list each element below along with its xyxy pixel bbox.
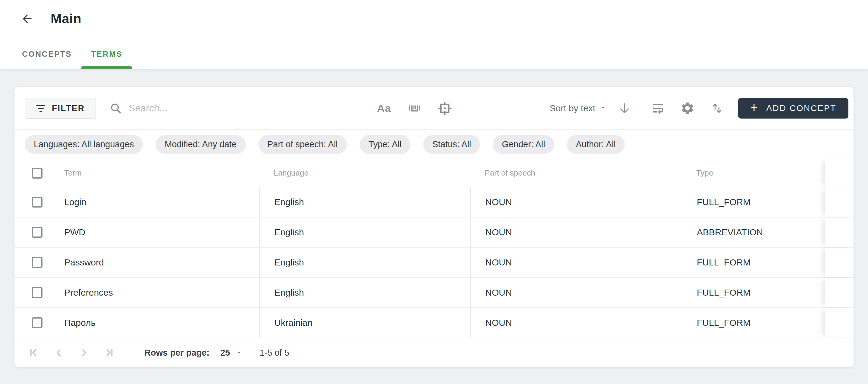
language-cell: English — [259, 248, 470, 277]
part-of-speech-cell: NOUN — [470, 308, 682, 337]
column-header-part-of-speech: Part of speech — [470, 159, 682, 187]
toolbar-right-group: Sort by text — [550, 98, 854, 119]
page-title: Main — [51, 11, 82, 26]
tab-concepts[interactable]: CONCEPTS — [12, 39, 82, 69]
term-cell: Login — [64, 197, 86, 207]
terms-card: FILTER Aa — [14, 87, 854, 367]
barcode-icon[interactable] — [407, 101, 421, 115]
table-row[interactable]: Password English NOUN FULL_FORM — [14, 248, 854, 278]
table-row[interactable]: Пароль Ukrainian NOUN FULL_FORM — [14, 308, 854, 338]
search-box — [110, 102, 338, 115]
focus-frame-icon[interactable] — [438, 101, 452, 116]
row-checkbox[interactable] — [32, 227, 42, 238]
pagination-bar: Rows per page: 25 1-5 of 5 — [14, 338, 854, 367]
import-export-icon[interactable] — [710, 101, 724, 116]
app-root: Main CONCEPTS TERMS FILTER — [0, 0, 868, 384]
sort-direction-icon[interactable] — [618, 101, 631, 115]
term-cell: Пароль — [64, 318, 96, 328]
focus-frame-icon-glyph — [438, 101, 452, 116]
pinned-cell — [825, 248, 854, 277]
chip-modified[interactable]: Modified: Any date — [156, 135, 246, 154]
table-row[interactable]: Preferences English NOUN FULL_FORM — [14, 278, 854, 308]
table-row[interactable]: PWD English NOUN ABBREVIATION — [14, 217, 854, 248]
term-cell: PWD — [64, 227, 85, 237]
table-header-row: Term Language Part of speech Type — [14, 159, 854, 187]
part-of-speech-cell: NOUN — [470, 248, 682, 277]
pagination-range: 1-5 of 5 — [259, 348, 289, 358]
type-cell: FULL_FORM — [682, 308, 825, 337]
pinned-cell — [825, 187, 854, 217]
pinned-header-cell — [825, 159, 854, 187]
search-icon — [110, 102, 122, 115]
pinned-cell — [825, 278, 854, 307]
rows-per-page-caret-icon[interactable] — [236, 350, 242, 356]
type-cell: FULL_FORM — [682, 187, 825, 217]
row-checkbox[interactable] — [32, 257, 42, 268]
row-checkbox[interactable] — [32, 197, 42, 208]
pinned-cell — [825, 217, 854, 247]
chip-author[interactable]: Author: All — [567, 135, 625, 154]
type-cell: ABBREVIATION — [682, 217, 825, 247]
language-cell: English — [259, 217, 470, 247]
type-cell: FULL_FORM — [682, 278, 825, 307]
tab-terms[interactable]: TERMS — [82, 39, 132, 69]
part-of-speech-cell: NOUN — [470, 217, 682, 247]
rows-per-page-select[interactable]: 25 — [220, 348, 230, 358]
arrow-back-icon — [21, 12, 34, 25]
language-cell: English — [259, 187, 470, 217]
tab-concepts-label: CONCEPTS — [22, 50, 72, 59]
column-header-type: Type — [682, 159, 825, 187]
search-option-icons: Aa — [377, 101, 452, 116]
back-button[interactable] — [19, 11, 35, 27]
add-concept-button[interactable]: + ADD CONCEPT — [738, 98, 848, 119]
chip-languages[interactable]: Languages: All languages — [25, 135, 143, 154]
chip-status[interactable]: Status: All — [423, 135, 480, 154]
chip-part-of-speech[interactable]: Part of speech: All — [258, 135, 347, 154]
sort-by-select[interactable]: Sort by text — [550, 103, 595, 113]
previous-page-button[interactable] — [53, 347, 65, 359]
pinned-cell — [825, 308, 854, 337]
search-input[interactable] — [129, 102, 338, 114]
filter-button[interactable]: FILTER — [25, 98, 96, 119]
page-header: Main CONCEPTS TERMS — [0, 0, 868, 69]
row-checkbox[interactable] — [32, 317, 42, 328]
column-header-term: Term — [64, 168, 82, 178]
type-cell: FULL_FORM — [682, 248, 825, 277]
select-all-checkbox[interactable] — [32, 168, 42, 179]
plus-icon: + — [750, 101, 758, 114]
filter-icon — [36, 105, 45, 112]
table-row[interactable]: Login English NOUN FULL_FORM — [14, 187, 854, 217]
next-page-button[interactable] — [78, 347, 90, 359]
column-header-language: Language — [259, 159, 470, 187]
term-cell: Preferences — [64, 288, 113, 298]
table-toolbar: FILTER Aa — [14, 87, 854, 130]
sort-caret-icon[interactable] — [599, 105, 606, 112]
term-cell: Password — [64, 257, 104, 268]
barcode-icon-glyph — [407, 101, 421, 115]
tab-terms-label: TERMS — [91, 50, 122, 59]
filter-button-label: FILTER — [52, 104, 85, 113]
chip-gender[interactable]: Gender: All — [493, 135, 554, 154]
part-of-speech-cell: NOUN — [470, 187, 682, 217]
match-case-icon[interactable]: Aa — [377, 102, 391, 114]
part-of-speech-cell: NOUN — [470, 278, 682, 307]
wrap-text-icon[interactable] — [651, 101, 665, 116]
chip-type[interactable]: Type: All — [360, 135, 411, 154]
language-cell: Ukrainian — [259, 308, 470, 337]
language-cell: English — [259, 278, 470, 307]
row-checkbox[interactable] — [32, 287, 42, 298]
rows-per-page-label: Rows per page: — [144, 348, 210, 358]
active-tab-indicator — [82, 66, 132, 69]
add-concept-label: ADD CONCEPT — [767, 104, 836, 113]
filter-chips-row: Languages: All languages Modified: Any d… — [14, 130, 854, 159]
tab-bar: CONCEPTS TERMS — [12, 39, 132, 69]
first-page-button[interactable] — [27, 347, 39, 359]
gear-icon[interactable] — [680, 101, 695, 116]
last-page-button[interactable] — [103, 347, 116, 359]
